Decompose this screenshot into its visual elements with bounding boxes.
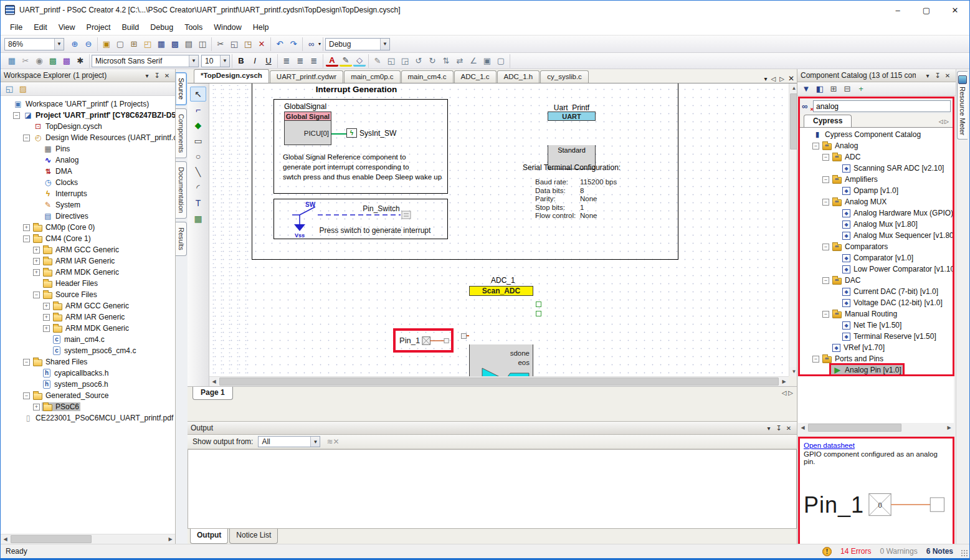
tree-item-low-power-comparator-v1-10[interactable]: ◆Low Power Comparator [v1.10]	[800, 263, 953, 275]
close-icon[interactable]	[162, 70, 172, 80]
tree-item-scanning-sar-adc-v2-10[interactable]: ◆Scanning SAR ADC [v2.10]	[800, 163, 953, 174]
collapse-icon[interactable]: −	[13, 112, 20, 119]
auto-hide-pin-icon[interactable]	[152, 70, 162, 80]
scrollbar-thumb[interactable]	[11, 535, 92, 543]
font-name-combobox[interactable]: Microsoft Sans Serif ▼	[92, 55, 199, 67]
notice-warning-icon[interactable]: !	[822, 547, 832, 556]
collapse-icon[interactable]: −	[33, 292, 40, 298]
format-painter-icon[interactable]: ✎	[371, 55, 384, 67]
scroll-left-icon[interactable]: ◀	[209, 377, 219, 386]
tree-item-workspace-uart-printf-1-projects[interactable]: ▣Workspace 'UART_printf' (1 Projects)	[1, 98, 175, 110]
tree-item-manual-routing[interactable]: −Manual Routing	[800, 308, 953, 320]
tree-item-current-dac-7-bit-v1-0[interactable]: ◆Current DAC (7-bit) [v1.0]	[800, 286, 953, 297]
grid-icon[interactable]: ▦	[6, 55, 18, 67]
menu-edit[interactable]: Edit	[28, 21, 53, 34]
tree-item-ports-and-pins[interactable]: −Ports and Pins	[800, 353, 953, 364]
terminal-tool[interactable]: ◆	[190, 118, 206, 133]
collapse-icon[interactable]: −	[812, 143, 819, 149]
collapse-icon[interactable]: −	[23, 359, 30, 366]
tree-item-pins[interactable]: ▦Pins	[1, 143, 175, 154]
tree-item-psoc6[interactable]: +PSoC6	[1, 401, 175, 412]
prev-page-icon[interactable]: ◁	[782, 389, 787, 396]
tab-list-icon[interactable]: ▾	[764, 75, 768, 82]
close-icon[interactable]	[943, 70, 953, 80]
print-icon[interactable]: ▤	[183, 38, 195, 50]
document-tab-adc-1-h[interactable]: ADC_1.h	[497, 70, 540, 83]
menu-help[interactable]: Help	[247, 21, 275, 34]
options-icon[interactable]: ◧	[814, 83, 826, 95]
tree-item-terminal-reserve-v1-50[interactable]: ◆Terminal Reserve [v1.50]	[800, 331, 953, 342]
auto-hide-pin-icon[interactable]	[774, 423, 784, 433]
menu-window[interactable]: Window	[208, 21, 247, 34]
bottom-tab-notice-list[interactable]: Notice List	[229, 529, 278, 544]
global-signal-component-header[interactable]: Global Signal	[284, 112, 331, 121]
tree-item-analog-mux[interactable]: −Analog MUX	[800, 196, 953, 207]
document-tab-uart-printf-cydwr[interactable]: UART_printf.cydwr	[270, 70, 343, 83]
menu-debug[interactable]: Debug	[145, 21, 179, 34]
tree-item-interrupts[interactable]: ϟInterrupts	[1, 188, 175, 199]
align-left-icon[interactable]: ≣	[280, 55, 293, 67]
document-tab-cy-syslib-c[interactable]: cy_syslib.c	[540, 70, 589, 83]
image-tool[interactable]: ▦	[190, 211, 206, 226]
side-tab-components[interactable]: Components	[176, 108, 187, 158]
status-errors[interactable]: 14 Errors	[840, 547, 871, 556]
new-document-icon[interactable]: ▢	[114, 38, 126, 50]
tree-item-arm-iar-generic[interactable]: +ARM IAR Generic	[1, 255, 175, 267]
scroll-left-icon[interactable]: ◀	[798, 423, 807, 432]
undo-icon[interactable]: ↶	[273, 38, 286, 50]
tree-item-directives[interactable]: ▤Directives	[1, 211, 175, 222]
tree-item-comparator-v1-0[interactable]: ◆Comparator [v1.0]	[800, 252, 953, 263]
workspace-horizontal-scrollbar[interactable]: ◀ ▶	[1, 534, 175, 544]
adc-instance-label[interactable]: ADC_1	[491, 276, 515, 285]
bold-icon[interactable]: B	[235, 55, 247, 67]
close-icon[interactable]: ✕	[941, 1, 969, 19]
tree-item-arm-gcc-generic[interactable]: +ARM GCC Generic	[1, 244, 175, 255]
copy-icon[interactable]: ◱	[228, 38, 240, 50]
close-document-icon[interactable]: ✕	[788, 74, 794, 83]
output-header[interactable]: Output	[188, 422, 797, 435]
tree-item-analog[interactable]: ∿Analog	[1, 154, 175, 166]
cut-icon[interactable]: ✂	[214, 38, 227, 50]
tree-item-main-cm4-c[interactable]: cmain_cm4.c	[1, 334, 175, 345]
tab-cypress[interactable]: Cypress	[804, 115, 852, 127]
component-catalog-header[interactable]: Component Catalog (13 of 115 com...	[797, 69, 956, 82]
italic-icon[interactable]: I	[249, 55, 261, 67]
chevron-down-icon[interactable]: ▾	[318, 41, 321, 47]
minimize-icon[interactable]: –	[883, 1, 912, 19]
save-icon[interactable]: ▦	[155, 38, 168, 50]
tree-item-arm-gcc-generic[interactable]: +ARM GCC Generic	[1, 300, 175, 311]
tree-item-analog-hardware-mux-gpio[interactable]: ◆Analog Hardware Mux (GPIO) [	[800, 207, 953, 219]
tree-item-arm-mdk-generic[interactable]: +ARM MDK Generic	[1, 323, 175, 334]
collapse-all-icon[interactable]: ⊟	[841, 83, 854, 95]
interrupt-wire[interactable]	[331, 133, 346, 135]
find-icon[interactable]: ∞	[305, 38, 318, 50]
bring-forward-icon[interactable]: ◱	[385, 55, 397, 67]
uart-component-header[interactable]: UART	[548, 112, 596, 121]
interrupt-component-icon[interactable]: ϟ	[346, 128, 357, 138]
scroll-right-icon[interactable]: ▶	[944, 423, 954, 432]
tree-item-cyapicallbacks-h[interactable]: hcyapicallbacks.h	[1, 368, 175, 379]
zoom-in-icon[interactable]: ⊕	[69, 38, 81, 50]
tree-item-ce223001-psoc6mcu-uart-printf-pd[interactable]: ▯CE223001_PSoC6MCU_UART_printf.pdf	[1, 412, 175, 424]
open-datasheet-link[interactable]: Open datasheet	[804, 442, 855, 449]
align-center-icon[interactable]: ≣	[294, 55, 307, 67]
show-folders-icon[interactable]: ▨	[17, 83, 29, 95]
expand-icon[interactable]: +	[33, 269, 40, 276]
resize-grip[interactable]	[961, 549, 968, 557]
document-tab-main-cm0p-c[interactable]: main_cm0p.c	[344, 70, 400, 83]
collapse-icon[interactable]: −	[23, 392, 30, 399]
scroll-tabs-right-icon[interactable]: ▷	[944, 118, 949, 125]
underline-icon[interactable]: U	[262, 55, 275, 67]
save-all-icon[interactable]: ▩	[169, 38, 181, 50]
chip-icon[interactable]: ▩	[47, 55, 59, 67]
scrollbar-thumb[interactable]	[808, 424, 901, 432]
adc-component-header[interactable]: Scan_ADC	[469, 286, 533, 296]
canvas-horizontal-scrollbar[interactable]: ◀ ▶	[209, 376, 789, 386]
cascade-windows-icon[interactable]: ◱	[3, 83, 16, 95]
tree-item-analog[interactable]: −Analog	[800, 140, 953, 151]
tree-item-system-psoc6-cm4-c[interactable]: csystem_psoc6_cm4.c	[1, 345, 175, 356]
chevron-down-icon[interactable]: ▼	[220, 55, 229, 67]
output-content[interactable]	[188, 449, 797, 529]
line-tool[interactable]: ╲	[190, 164, 206, 179]
expand-icon[interactable]: +	[43, 314, 50, 321]
